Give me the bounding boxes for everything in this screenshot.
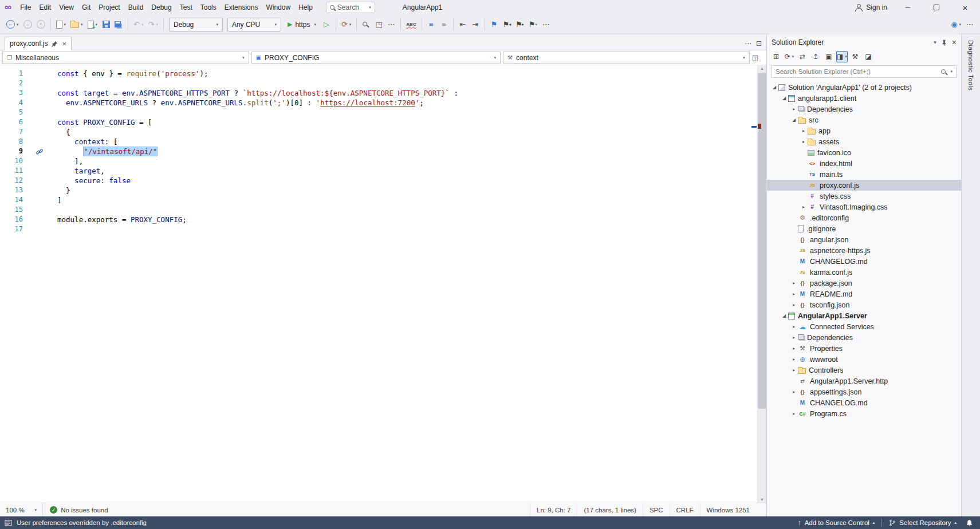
collapse-all-button[interactable]: ↥ [810, 51, 821, 62]
tree-item-solution-angularapp1-2-of-2-projects[interactable]: ◢Solution 'AngularApp1' (2 of 2 projects… [767, 82, 961, 93]
close-button[interactable]: × [954, 1, 977, 14]
navigate-forward-button[interactable]: → [22, 18, 34, 31]
code-line-5[interactable]: 5 [0, 108, 766, 117]
refresh-button[interactable]: ⟳▾ [784, 51, 795, 62]
increase-indent-button[interactable]: ⇥ [470, 18, 481, 31]
expand-icon[interactable]: ▸ [790, 411, 798, 416]
tree-item-angularapp1-client[interactable]: ◢angularapp1.client [767, 93, 961, 104]
search-box[interactable]: Search ▾ [326, 2, 375, 13]
toggle-bookmark-button[interactable]: ⚑ [489, 18, 500, 31]
sign-in-button[interactable]: Sign in [851, 2, 891, 13]
tree-item-wwwroot[interactable]: ▸⊕wwwroot [767, 354, 961, 365]
code-line-9[interactable]: 9 "/vintasoft/api/" [0, 147, 766, 156]
code-line-8[interactable]: 8 context: [ [0, 137, 766, 147]
sync-with-active-document-button[interactable]: ⇄ [797, 51, 808, 62]
glyph-margin[interactable] [26, 127, 57, 137]
window-position-icon[interactable]: ▾ [934, 40, 936, 45]
tree-item-app[interactable]: ▸app [767, 125, 961, 136]
save-button[interactable] [100, 18, 112, 31]
hot-reload-button[interactable]: ⟳▾ [340, 18, 353, 31]
pin-icon[interactable] [52, 41, 58, 47]
tree-item-proxy-conf-js[interactable]: JSproxy.conf.js [767, 180, 961, 191]
glyph-margin[interactable] [26, 78, 57, 88]
menu-git[interactable]: Git [78, 2, 95, 13]
document-health-indicator[interactable]: ✓ No issues found [43, 506, 115, 514]
code-line-15[interactable]: 15 [0, 205, 766, 215]
line-ending-mode[interactable]: CRLF [670, 503, 700, 516]
text-editor-overflow-button[interactable]: ⋯ [540, 18, 552, 31]
tree-item-appsettings-json[interactable]: ▸{}appsettings.json [767, 386, 961, 397]
code-line-1[interactable]: 1const { env } = require('process'); [0, 69, 766, 78]
tree-item-styles-css[interactable]: #styles.css [767, 191, 961, 202]
expand-icon[interactable]: ▸ [790, 357, 798, 362]
expand-icon[interactable]: ▸ [800, 128, 808, 133]
browse-with-button[interactable]: ◉▾ [949, 18, 963, 31]
collapse-icon[interactable]: ◢ [780, 313, 788, 318]
menu-project[interactable]: Project [95, 2, 124, 13]
expand-icon[interactable]: ▸ [790, 281, 798, 286]
live-share-button[interactable]: ◳ [373, 18, 384, 31]
glyph-margin[interactable] [26, 215, 57, 224]
tree-item-changelog-md[interactable]: MCHANGELOG.md [767, 397, 961, 408]
expand-icon[interactable]: ▸ [790, 324, 798, 329]
expand-icon[interactable]: ▸ [790, 346, 798, 351]
pin-icon[interactable] [941, 40, 947, 46]
expand-icon[interactable]: ▸ [800, 204, 808, 210]
scroll-down-icon[interactable]: ▼ [758, 498, 766, 502]
debug-config-select[interactable]: Debug▾ [169, 18, 223, 31]
glyph-margin[interactable] [26, 98, 57, 108]
collapse-icon[interactable]: ◢ [770, 85, 778, 90]
navigate-back-button[interactable]: ←▾ [5, 18, 21, 31]
tree-item-readme-md[interactable]: ▸MREADME.md [767, 289, 961, 299]
scope-dropdown[interactable]: ❐ Miscellaneous ▾ [2, 52, 249, 64]
zoom-select[interactable]: 100 % ▾ [0, 503, 43, 516]
indent-mode[interactable]: SPC [643, 503, 670, 516]
glyph-margin[interactable] [26, 117, 57, 127]
glyph-margin[interactable] [26, 195, 57, 205]
add-to-source-control-button[interactable]: ↑ Add to Source Control ▴ [796, 516, 877, 529]
toolbar-overflow-button[interactable]: ⋯ [385, 18, 397, 31]
tree-item-changelog-md[interactable]: MCHANGELOG.md [767, 256, 961, 267]
notifications-button[interactable] [963, 516, 975, 529]
collapse-icon[interactable]: ◢ [780, 96, 788, 101]
vertical-scrollbar[interactable]: ▲ ▼ [757, 65, 766, 503]
switch-views-button[interactable]: ⊞ [770, 51, 782, 62]
expand-icon[interactable]: ▸ [790, 368, 798, 373]
code-line-7[interactable]: 7 { [0, 127, 766, 137]
code-line-11[interactable]: 11 target, [0, 166, 766, 176]
start-debugging-button[interactable]: ▶https▾ [284, 18, 320, 31]
diagnostic-tools-tab[interactable]: Diagnostic Tools [967, 40, 974, 90]
glyph-margin[interactable] [26, 176, 57, 185]
show-all-files-button[interactable]: ▣ [823, 51, 835, 62]
menu-window[interactable]: Window [262, 2, 294, 13]
code-line-4[interactable]: 4 env.ASPNETCORE_URLS ? env.ASPNETCORE_U… [0, 98, 766, 108]
code-line-3[interactable]: 3const target = env.ASPNETCORE_HTTPS_POR… [0, 88, 766, 98]
properties-button[interactable]: ⚒ [849, 51, 861, 62]
menu-build[interactable]: Build [124, 2, 148, 13]
menu-tools[interactable]: Tools [196, 2, 221, 13]
tab-proxy-conf-js[interactable]: proxy.conf.js × [5, 37, 72, 50]
view-selector-button[interactable]: ◨▾ [836, 51, 848, 62]
code-line-14[interactable]: 14] [0, 195, 766, 205]
menu-test[interactable]: Test [176, 2, 196, 13]
tree-item-dependencies[interactable]: ▸Dependencies [767, 332, 961, 343]
menu-file[interactable]: File [16, 2, 35, 13]
tree-item-tsconfig-json[interactable]: ▸{}tsconfig.json [767, 299, 961, 310]
tree-item-index-html[interactable]: <>index.html [767, 158, 961, 169]
recent-files-button[interactable]: • [35, 18, 47, 31]
next-bookmark-button[interactable]: ⚑▸ [514, 18, 526, 31]
member-dropdown[interactable]: ⚒ context ▾ [503, 52, 750, 64]
menu-help[interactable]: Help [294, 2, 317, 13]
expand-icon[interactable]: ▸ [790, 335, 798, 340]
code-line-6[interactable]: 6const PROXY_CONFIG = [ [0, 117, 766, 127]
close-panel-icon[interactable]: × [952, 38, 957, 47]
caret-position[interactable]: Ln: 9, Ch: 7 [530, 503, 577, 516]
glyph-margin[interactable] [26, 137, 57, 147]
glyph-margin[interactable] [26, 69, 57, 78]
platform-select[interactable]: Any CPU▾ [227, 18, 281, 31]
redo-button[interactable]: ↷▾ [146, 18, 159, 31]
uncomment-button[interactable]: ≡ [438, 18, 450, 31]
expand-icon[interactable]: ▸ [790, 291, 798, 297]
tree-item-gitignore[interactable]: .gitignore [767, 223, 961, 234]
open-file-button[interactable]: ▾ [69, 18, 85, 31]
